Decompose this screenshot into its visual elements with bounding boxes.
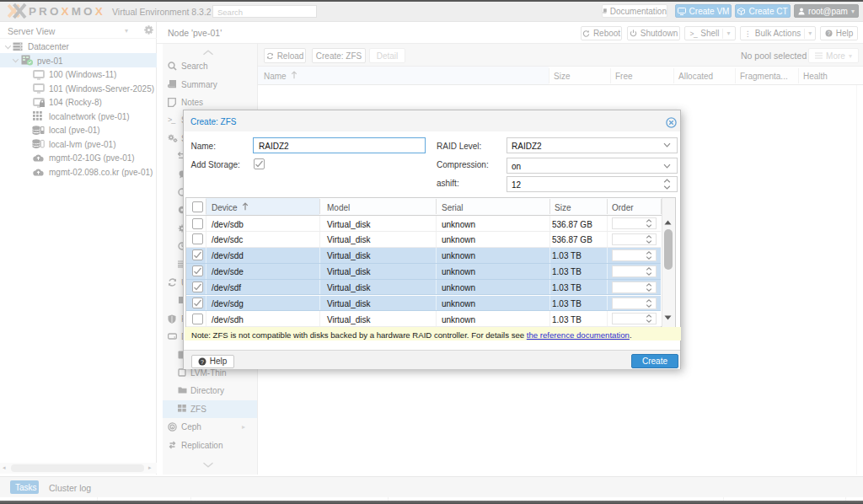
svg-text:?: ? [201, 358, 204, 364]
